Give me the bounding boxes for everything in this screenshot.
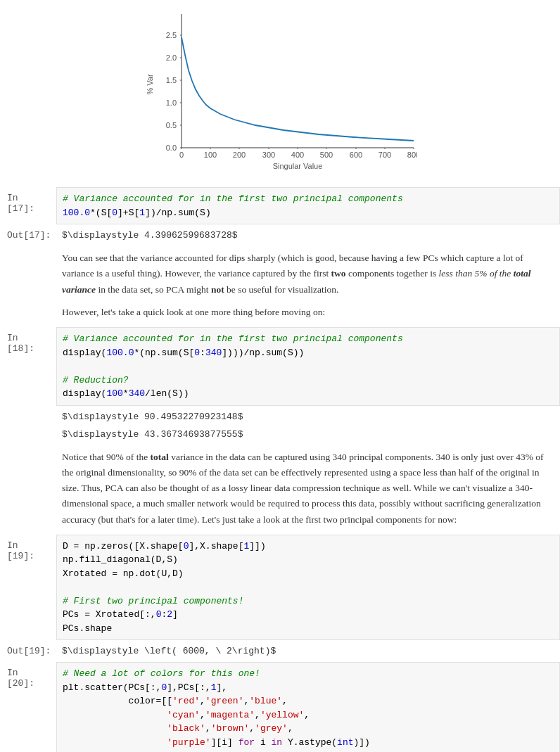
cell-text-1: You can see that the variance accounted … xyxy=(0,246,560,327)
cell-in-19: In [19]: D = np.zeros([X.shape[0],X.shap… xyxy=(0,535,560,641)
cell-label-out17: Out[17]: xyxy=(0,224,56,246)
svg-text:0.0: 0.0 xyxy=(166,144,177,152)
code-line: np.fill_diagonal(D,S) xyxy=(63,553,552,567)
svg-text:1.5: 1.5 xyxy=(166,76,177,84)
svg-text:400: 400 xyxy=(291,151,304,159)
code-num: 0 xyxy=(112,208,117,218)
cell-out-18: $\displaystyle 90.49532270923148$ $\disp… xyxy=(0,406,560,445)
italic-lessthan: less than 5% of the total variance xyxy=(62,268,530,294)
code-cell-19: D = np.zeros([X.shape[0],X.shape[1]]) np… xyxy=(56,535,560,641)
text-para-3: Notice that 90% of the total variance in… xyxy=(62,450,553,528)
svg-text:100: 100 xyxy=(204,151,217,159)
page: 0.0 0.5 1.0 1.5 2.0 2.5 % Var 0 xyxy=(0,0,560,752)
code-cell-18: # Variance accounted for in the first tw… xyxy=(56,327,560,406)
code-num: 1 xyxy=(139,208,145,218)
code-text: *( xyxy=(90,208,101,218)
cell-out-17: Out[17]: $\displaystyle 4.39062599683728… xyxy=(0,224,560,246)
cell-label-17: In [17]: xyxy=(0,187,56,219)
output-cell-17: $\displaystyle 4.39062599683728$ xyxy=(56,224,560,246)
svg-text:% Var: % Var xyxy=(146,74,154,94)
code-line: 100.0*(S[0]+S[1])/np.sum(S) xyxy=(63,206,552,220)
code-line: 'black','brown','grey', xyxy=(63,722,552,736)
svg-text:600: 600 xyxy=(350,151,362,159)
code-line: display(100*340/len(S)) xyxy=(63,387,552,401)
text-cell-2: Notice that 90% of the total variance in… xyxy=(56,445,560,535)
output-cell-19: $\displaystyle \left( 6000, \ 2\right)$ xyxy=(56,640,560,662)
svg-text:1.0: 1.0 xyxy=(166,98,177,107)
svg-text:2.0: 2.0 xyxy=(166,53,177,62)
cell-out-19: Out[19]: $\displaystyle \left( 6000, \ 2… xyxy=(0,640,560,662)
chart-container: 0.0 0.5 1.0 1.5 2.0 2.5 % Var 0 xyxy=(42,7,518,176)
text-para-2: However, let's take a quick look at one … xyxy=(62,305,553,320)
cell-label-out19: Out[19]: xyxy=(0,640,56,662)
svg-text:2.5: 2.5 xyxy=(166,31,177,39)
cell-in-20: In [20]: # Need a lot of colors for this… xyxy=(0,662,560,752)
text-para-1: You can see that the variance accounted … xyxy=(62,250,553,298)
text-cell-1: You can see that the variance accounted … xyxy=(56,246,560,327)
bold-not: not xyxy=(211,284,224,295)
svg-text:300: 300 xyxy=(262,151,275,159)
code-line: display(100.0*(np.sum(S[0:340])))/np.sum… xyxy=(63,346,552,360)
cell-in-17: In [17]: # Variance accounted for in the… xyxy=(0,187,560,224)
code-line: 'purple'][i] for i in Y.astype(int)]) xyxy=(63,736,552,750)
code-cell-20: # Need a lot of colors for this one! plt… xyxy=(56,662,560,752)
code-line: # Need a lot of colors for this one! xyxy=(63,667,552,681)
code-line: PCs.shape xyxy=(63,622,552,636)
code-line: # Reduction? xyxy=(63,374,552,388)
svg-text:Singular Value: Singular Value xyxy=(273,162,323,170)
chart-svg: 0.0 0.5 1.0 1.5 2.0 2.5 % Var 0 xyxy=(143,7,417,176)
code-line: Xrotated = np.dot(U,D) xyxy=(63,567,552,581)
math-output-18b: $\displaystyle 43.36734693877555$ xyxy=(62,428,553,441)
bold-total: total xyxy=(151,452,169,462)
svg-text:800: 800 xyxy=(407,151,417,159)
code-line xyxy=(63,359,552,374)
cell-label-19: In [19]: xyxy=(0,535,56,567)
svg-text:200: 200 xyxy=(233,151,246,159)
output-cell-18: $\displaystyle 90.49532270923148$ $\disp… xyxy=(56,406,560,445)
chart-section: 0.0 0.5 1.0 1.5 2.0 2.5 % Var 0 xyxy=(0,0,560,187)
code-line: # Variance accounted for in the first tw… xyxy=(63,192,552,206)
cell-in-18: In [18]: # Variance accounted for in the… xyxy=(0,327,560,406)
cell-label-out18 xyxy=(0,406,56,417)
code-text: S[ xyxy=(101,208,113,218)
code-line: plt.xlabel("PC1") xyxy=(63,749,552,752)
code-value: 100.0 xyxy=(63,208,90,218)
svg-text:0.5: 0.5 xyxy=(166,121,177,129)
word-accounted: accounted xyxy=(175,253,214,263)
code-line: 'cyan','magenta','yellow', xyxy=(63,708,552,722)
code-line xyxy=(63,580,552,594)
code-line: D = np.zeros([X.shape[0],X.shape[1]]) xyxy=(63,540,552,554)
cell-label-text2 xyxy=(0,445,56,457)
svg-text:500: 500 xyxy=(320,151,333,159)
math-output-17: $\displaystyle 4.39062599683728$ xyxy=(62,229,553,242)
svg-text:700: 700 xyxy=(378,151,391,159)
code-line: plt.scatter(PCs[:,0],PCs[:,1], xyxy=(63,681,552,695)
cell-text-2: Notice that 90% of the total variance in… xyxy=(0,445,560,535)
comment: # Variance accounted for in the first tw… xyxy=(63,333,403,344)
bold-two: two xyxy=(331,268,346,279)
bolditalic-totalvar: total variance xyxy=(62,268,530,294)
cell-label-18: In [18]: xyxy=(0,327,56,359)
comment: # Variance accounted for in the first tw… xyxy=(63,193,403,204)
cell-label-20: In [20]: xyxy=(0,662,56,694)
math-output-19: $\displaystyle \left( 6000, \ 2\right)$ xyxy=(62,644,553,658)
code-line: color=[['red','green','blue', xyxy=(63,694,552,708)
code-line: # First two principal components! xyxy=(63,594,552,608)
code-line: # Variance accounted for in the first tw… xyxy=(63,332,552,346)
math-output-18a: $\displaystyle 90.49532270923148$ xyxy=(62,410,553,423)
cell-label-text1 xyxy=(0,246,56,257)
code-line: PCs = Xrotated[:,0:2] xyxy=(63,608,552,622)
code-cell-17: # Variance accounted for in the first tw… xyxy=(56,187,560,224)
svg-text:0: 0 xyxy=(179,151,184,159)
